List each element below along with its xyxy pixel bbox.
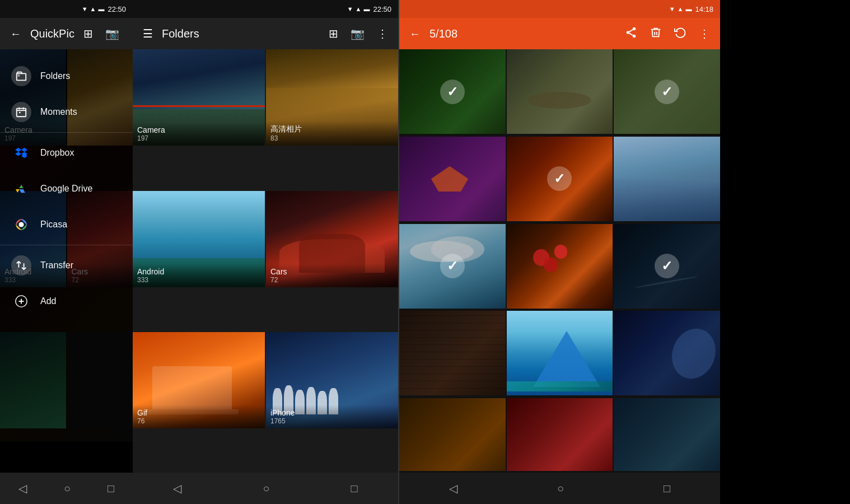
folder-gif-count: 76	[137, 417, 260, 425]
photo-selection-grid: ✓ ✓ ✓	[399, 49, 720, 473]
rotate-button[interactable]	[671, 23, 690, 45]
camera-button-1[interactable]: 📷	[102, 24, 123, 44]
photo-9[interactable]: ✓	[614, 224, 720, 309]
folder-gaoping[interactable]: 高清相片 83	[266, 49, 398, 146]
folder-cars-name: Cars	[270, 267, 394, 276]
photo-5[interactable]: ✓	[507, 137, 613, 221]
home-nav-1[interactable]: ○	[53, 478, 82, 500]
back-button-1[interactable]: ←	[7, 24, 25, 44]
more-button-3[interactable]: ⋮	[695, 24, 713, 44]
signal-icon-1: ▲	[90, 6, 96, 12]
photo-12[interactable]	[614, 311, 720, 395]
photo-5-check: ✓	[547, 166, 572, 191]
recents-nav-3[interactable]: □	[652, 478, 681, 500]
dropbox-icon	[11, 143, 31, 163]
home-nav-3[interactable]: ○	[546, 478, 575, 500]
divider-2	[0, 245, 133, 245]
folder-cars-count: 72	[270, 276, 394, 284]
back-nav-2[interactable]: ◁	[162, 477, 193, 500]
folder-cars-info: Cars 72	[266, 264, 398, 287]
folders-title: Folders	[162, 27, 320, 40]
svg-rect-0	[17, 73, 26, 80]
photo-7[interactable]: ✓	[399, 224, 506, 309]
time-2: 22:50	[373, 5, 391, 13]
status-bar-1: ▼ ▲ ▬ 22:50	[0, 0, 133, 18]
sidebar-item-gdrive[interactable]: Google Drive	[0, 171, 133, 207]
recents-nav-2[interactable]: □	[339, 478, 368, 500]
folder-camera-info: Camera 197	[133, 122, 265, 146]
battery-icon-3: ▬	[685, 6, 692, 12]
battery-icon-2: ▬	[363, 6, 370, 12]
folder-cars[interactable]: Cars 72	[266, 191, 398, 287]
share-button[interactable]	[622, 23, 641, 45]
photo-1[interactable]: ✓	[399, 49, 506, 134]
folder-camera[interactable]: Camera 197	[133, 49, 265, 146]
time-3: 14:18	[695, 5, 713, 13]
svg-point-14	[633, 34, 636, 37]
toolbar-1: ← QuickPic ⊞ 📷 ⋮	[0, 18, 133, 49]
back-nav-3[interactable]: ◁	[438, 477, 469, 500]
sidebar-label-add: Add	[40, 296, 56, 306]
app-title: QuickPic	[30, 27, 74, 40]
sidebar-item-picasa[interactable]: Picasa	[0, 207, 133, 242]
folder-gif-info: Gif 76	[133, 405, 265, 428]
svg-point-12	[633, 27, 636, 30]
sidebar-item-transfer[interactable]: Transfer	[0, 248, 133, 283]
photo-11[interactable]	[507, 311, 613, 395]
photo-6[interactable]	[614, 137, 720, 221]
status-bar-2: ▼ ▲ ▬ 22:50	[133, 0, 398, 18]
grid-button-2[interactable]: ⊞	[325, 24, 342, 44]
toolbar-2: ☰ Folders ⊞ 📷 ⋮	[133, 18, 398, 49]
wifi-icon-2: ▼	[347, 6, 353, 12]
svg-line-15	[629, 33, 633, 35]
delete-button[interactable]	[646, 23, 665, 45]
svg-rect-2	[17, 109, 26, 117]
bottom-nav-3: ◁ ○ □	[399, 473, 720, 504]
grid-button-1[interactable]: ⊞	[80, 24, 96, 44]
photo-4[interactable]	[399, 137, 506, 221]
photo-3-overlay: ✓	[614, 49, 720, 134]
wifi-icon-3: ▼	[669, 6, 675, 12]
selection-count: 5/108	[429, 27, 616, 40]
sidebar-item-dropbox[interactable]: Dropbox	[0, 135, 133, 171]
recents-nav-1[interactable]: □	[96, 478, 125, 500]
folders-icon	[11, 66, 31, 86]
back-button-3[interactable]: ←	[406, 24, 424, 44]
back-nav-1[interactable]: ◁	[7, 477, 38, 500]
sidebar-item-moments[interactable]: Moments	[0, 94, 133, 130]
transfer-icon	[11, 255, 31, 276]
more-button-2[interactable]: ⋮	[373, 24, 391, 44]
photo-14[interactable]	[507, 398, 613, 471]
panel-quickpic: ▼ ▲ ▬ 22:50 ← QuickPic ⊞ 📷 ⋮ Camera 197	[0, 0, 133, 504]
more-button-1[interactable]: ⋮	[128, 24, 133, 44]
folder-gaoping-name: 高清相片	[270, 124, 394, 134]
folder-iphone-info: iPhone 1765	[266, 405, 398, 428]
sidebar-label-folders: Folders	[40, 71, 70, 81]
camera-button-2[interactable]: 📷	[347, 24, 368, 44]
sidebar-item-folders[interactable]: Folders	[0, 58, 133, 94]
status-icons-1: ▼ ▲ ▬	[82, 6, 105, 12]
photo-13[interactable]	[399, 398, 506, 471]
home-nav-2[interactable]: ○	[251, 478, 281, 500]
folder-gif-name: Gif	[137, 408, 260, 417]
sidebar-item-add[interactable]: Add	[0, 283, 133, 319]
photo-8[interactable]	[507, 224, 613, 309]
photo-3[interactable]: ✓	[614, 49, 720, 134]
status-bar-3: ▼ ▲ ▬ 14:18	[399, 0, 720, 18]
photo-15[interactable]	[614, 398, 720, 471]
add-icon	[11, 291, 31, 311]
photo-9-check: ✓	[655, 254, 679, 278]
bottom-nav-1: ◁ ○ □	[0, 473, 133, 504]
photo-10[interactable]	[399, 311, 506, 395]
photo-2[interactable]	[507, 49, 613, 134]
menu-button[interactable]: ☰	[139, 24, 156, 44]
folders-grid: Camera 197 高清相片 83 Android 333	[133, 49, 398, 473]
folder-iphone[interactable]: iPhone 1765	[266, 332, 398, 428]
folder-android[interactable]: Android 333	[133, 191, 265, 287]
photo-7-check: ✓	[440, 254, 465, 278]
folder-gif[interactable]: Gif 76	[133, 332, 265, 428]
status-icons-2: ▼ ▲ ▬	[347, 6, 370, 12]
toolbar-3: ← 5/108 ⋮	[399, 18, 720, 49]
sidebar-label-transfer: Transfer	[40, 260, 73, 270]
sidebar-label-picasa: Picasa	[40, 220, 67, 230]
